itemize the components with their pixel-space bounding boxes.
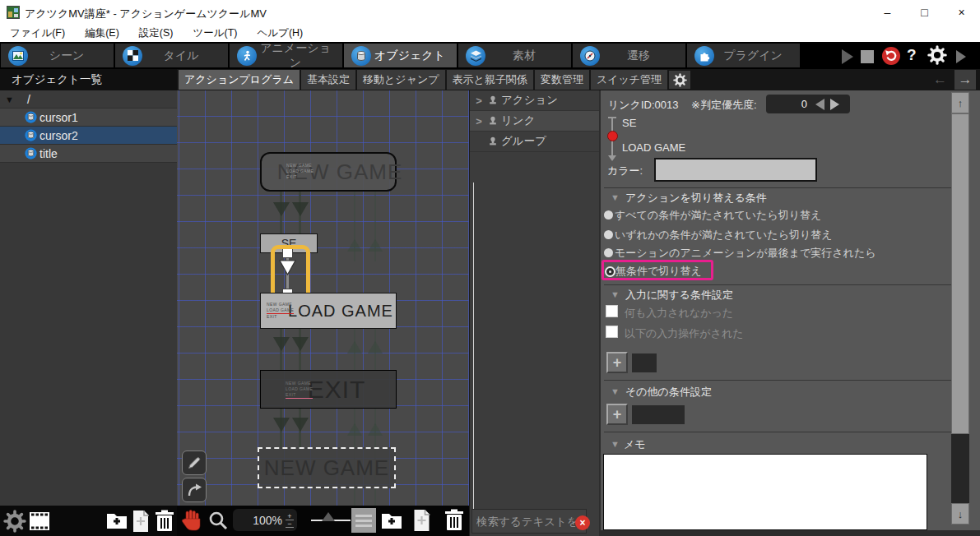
subtab-variables[interactable]: 変数管理 [535,70,589,90]
history-back-icon[interactable]: ← [933,72,947,88]
chevron-right-icon[interactable]: > [470,115,488,127]
tab-material[interactable]: 素材 [458,44,571,67]
checkbox-no-input[interactable] [606,305,618,317]
pan-hand-icon[interactable] [180,509,203,532]
scrollbar-thumb[interactable] [951,113,969,434]
line-glyph [355,515,372,517]
node-new-game-bottom[interactable]: NEW GAME [258,447,396,488]
menu-file[interactable]: ファイル(F) [0,25,75,42]
tab-scene[interactable]: シーン [1,44,114,67]
tree-item-title[interactable]: title [0,145,177,163]
close-button[interactable]: × [943,0,980,25]
scroll-up-button[interactable]: ↑ [951,92,969,113]
parts-item-link[interactable]: > リンク [470,111,600,132]
add-item-icon[interactable] [411,508,432,533]
node-new-game-top[interactable]: NEW GAME LOAD GAME EXIT NEW GAME [260,152,397,192]
zoom-tool-icon[interactable] [207,510,229,531]
checkbox-label[interactable]: 何も入力されなかった [625,306,733,321]
subtab-move-jump[interactable]: 移動とジャンプ [357,70,445,90]
subtab-gear-button[interactable] [669,71,690,89]
gear-icon[interactable] [927,45,947,65]
tab-tile[interactable]: タイル [115,44,228,67]
radio-motion-finished[interactable] [604,248,613,257]
subtab-basic-settings[interactable]: 基本設定 [301,70,355,90]
settings-gear-icon[interactable] [3,510,26,533]
tree-item-cursor2[interactable]: cursor2 [0,127,177,145]
link-draw-tool-button[interactable] [182,451,207,475]
scroll-down-button[interactable]: ↓ [951,503,969,524]
flowchart-canvas[interactable]: NEW GAME LOAD GAME EXIT NEW GAME SE NEW … [177,90,469,506]
tab-animation[interactable]: アニメーション [230,44,342,67]
help-icon[interactable]: ? [907,46,917,64]
add-folder-icon[interactable] [380,511,403,530]
add-folder-icon[interactable] [105,511,128,530]
add-item-icon[interactable] [131,509,151,534]
curve-link-tool-button[interactable] [182,478,207,502]
link-color-swatch[interactable] [654,158,817,182]
node-exit[interactable]: NEW GAME LOAD GAME EXIT EXIT [260,370,397,409]
play-icon[interactable] [842,49,853,64]
priority-decrement-icon[interactable] [815,99,824,110]
section-collapse-icon[interactable]: ▼ [611,439,620,449]
priority-field[interactable]: 0 [766,95,850,113]
stop-icon[interactable] [861,50,874,63]
subtab-switches[interactable]: スイッチ管理 [591,70,667,90]
zoom-out-icon[interactable]: − [286,520,293,528]
other-condition-slot[interactable] [632,405,685,424]
radio-label[interactable]: モーションのアニメーションが最後まで実行されたら [615,246,875,261]
flow-arrow-down-icon [273,202,290,216]
subtab-action-program[interactable]: アクションプログラム [179,70,300,90]
radio-all-conditions[interactable] [604,210,613,219]
delete-icon[interactable] [444,509,464,532]
object-icon [25,129,37,141]
parts-item-action[interactable]: > アクション [470,90,600,111]
close-icon: × [958,6,964,19]
delete-icon[interactable] [155,510,174,533]
section-collapse-icon[interactable]: ▼ [611,192,620,202]
checkbox-label[interactable]: 以下の入力操作がされた [625,326,744,341]
search-input[interactable] [471,509,587,534]
zoom-stepper[interactable]: + − [282,513,297,528]
minimize-icon: – [885,6,891,19]
priority-increment-icon[interactable] [830,99,839,110]
step-icon[interactable] [956,50,966,63]
menu-tools[interactable]: ツール(T) [183,25,247,42]
undo-icon[interactable] [882,47,900,65]
zoom-level-field[interactable]: 100% + − [233,509,297,531]
animation-list-icon[interactable] [29,511,50,531]
tab-plugin[interactable]: プラグイン [687,44,800,67]
history-forward-icon[interactable]: → [954,70,976,90]
radio-label[interactable]: すべての条件が満たされていたら切り替え [615,208,821,223]
menu-edit[interactable]: 編集(E) [75,25,129,42]
memo-textarea[interactable] [603,454,927,530]
maximize-button[interactable]: □ [906,0,943,25]
checkbox-input-done[interactable] [606,326,618,338]
menu-settings[interactable]: 設定(S) [129,25,183,42]
section-collapse-icon[interactable]: ▼ [611,386,620,396]
menu-preview-line: NEW GAME [286,163,314,169]
grid-density-button[interactable] [351,508,376,533]
tab-object[interactable]: オブジェクト [344,44,457,67]
menu-help[interactable]: ヘルプ(H) [248,25,314,42]
menu-preview-line: LOAD GAME [267,307,294,314]
parts-item-label: アクション [501,93,558,108]
add-input-condition-button[interactable]: + [606,352,628,373]
input-condition-slot[interactable] [632,353,657,372]
tree-item-cursor1[interactable]: cursor1 [0,109,177,127]
scrollbar-track[interactable] [951,434,969,503]
section-collapse-icon[interactable]: ▼ [611,289,620,299]
tree-root-row[interactable]: ▼ / [0,90,177,109]
clear-search-icon[interactable]: × [575,515,590,530]
radio-label[interactable]: いずれかの条件が満たされていたら切り替え [615,228,833,243]
chevron-right-icon[interactable]: > [470,95,488,107]
subtab-display-parent[interactable]: 表示と親子関係 [447,70,533,90]
minimize-button[interactable]: – [869,0,906,25]
parts-item-group[interactable]: グループ [470,132,600,152]
radio-any-condition[interactable] [604,230,613,239]
tab-transition[interactable]: 遷移 [573,44,685,67]
tree-collapse-icon[interactable]: ▼ [5,95,14,104]
main-toolbar: シーン タイル アニメーション オブジェクト 素材 遷移 プラグイン [0,42,980,69]
zoom-slider-thumb[interactable] [322,512,335,521]
node-load-game[interactable]: NEW GAME LOAD GAME EXIT LOAD GAME [260,293,397,329]
add-other-condition-button[interactable]: + [606,404,628,425]
